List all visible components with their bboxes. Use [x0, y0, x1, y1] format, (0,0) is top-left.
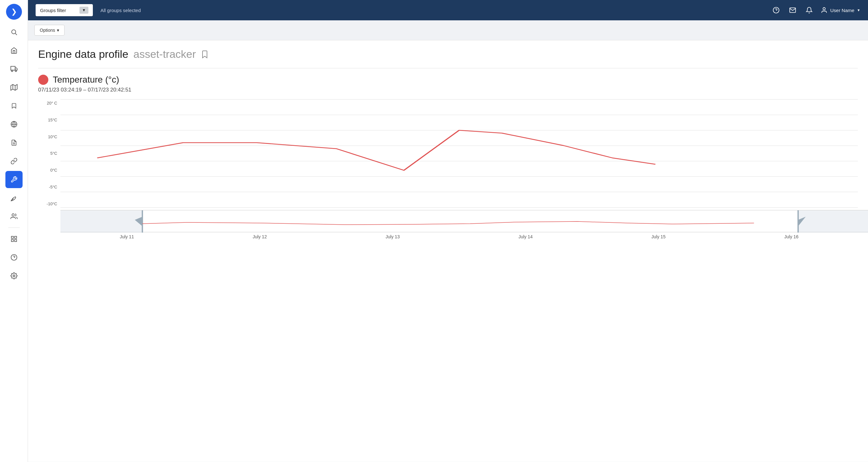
user-avatar-icon — [820, 7, 828, 14]
sidebar-item-grid[interactable] — [5, 230, 23, 248]
chart-date-range: 07/11/23 03:24:19 – 07/17/23 20:42:51 — [38, 87, 858, 93]
help-button[interactable] — [771, 5, 781, 15]
options-bar: Options ▾ — [28, 20, 868, 40]
topbar-icons: User Name ▼ — [771, 5, 860, 15]
sidebar-item-search[interactable] — [5, 24, 23, 41]
x-axis-labels: July 11 July 12 July 13 July 14 July 15 … — [60, 234, 858, 239]
svg-point-23 — [823, 8, 826, 10]
svg-point-13 — [12, 214, 14, 216]
chart-header: Temperature (°c) — [38, 75, 858, 85]
chevron-right-icon: ❯ — [11, 8, 17, 16]
user-caret-icon: ▼ — [857, 8, 860, 12]
svg-rect-2 — [10, 66, 15, 70]
home-icon — [10, 47, 18, 54]
globe-icon — [10, 121, 18, 128]
sidebar-item-link[interactable] — [5, 153, 23, 170]
x-label-july16: July 16 — [725, 234, 858, 239]
chart-title: Temperature (°c) — [53, 75, 119, 85]
svg-rect-16 — [11, 239, 13, 241]
svg-rect-32 — [60, 210, 143, 233]
chart-plot-area — [60, 99, 858, 207]
svg-rect-36 — [798, 210, 868, 233]
wrench-icon — [10, 176, 18, 183]
options-button[interactable]: Options ▾ — [34, 25, 65, 36]
grid-icon — [10, 235, 18, 242]
mini-temperature-line — [143, 222, 754, 225]
sidebar-item-map[interactable] — [5, 79, 23, 96]
mini-chart — [60, 210, 868, 232]
groups-filter-button[interactable]: Groups filter ▼ — [36, 4, 93, 16]
chart-section: Temperature (°c) 07/11/23 03:24:19 – 07/… — [38, 75, 858, 239]
y-label-neg5: -5°C — [38, 185, 60, 189]
bookmark-icon — [11, 102, 17, 109]
mail-button[interactable] — [787, 5, 798, 15]
groups-filter-dropdown-arrow[interactable]: ▼ — [80, 7, 88, 14]
y-label-15: 15°C — [38, 118, 60, 122]
mini-chart-svg — [60, 210, 868, 233]
report-icon — [11, 139, 17, 146]
sidebar-item-settings[interactable] — [5, 267, 23, 285]
svg-rect-15 — [14, 236, 16, 238]
y-label-0: 0°C — [38, 168, 60, 172]
svg-rect-14 — [11, 236, 13, 238]
sidebar-item-truck[interactable] — [5, 60, 23, 77]
page-title-main: Engine data profile — [38, 48, 128, 60]
y-label-20: 20° C — [38, 101, 60, 105]
sidebar-item-report[interactable] — [5, 134, 23, 151]
page-content: Engine data profile asset-tracker Temper… — [28, 40, 868, 462]
truck-icon — [10, 65, 18, 72]
svg-point-20 — [13, 275, 15, 277]
page-title-section: Engine data profile asset-tracker — [38, 48, 858, 60]
x-label-july14: July 14 — [459, 234, 592, 239]
chart-y-axis: 20° C 15°C 10°C 5°C 0°C -5°C -10°C — [38, 99, 60, 207]
page-title-sub: asset-tracker — [133, 48, 196, 60]
chart-svg — [60, 99, 858, 207]
temperature-line — [97, 130, 656, 170]
x-label-july11: July 11 — [60, 234, 193, 239]
main-chart: 20° C 15°C 10°C 5°C 0°C -5°C -10°C — [38, 99, 858, 207]
users-icon — [10, 213, 18, 220]
topbar: Groups filter ▼ All groups selected User… — [28, 0, 868, 20]
sidebar: ❯ — [0, 0, 28, 462]
sidebar-divider — [8, 228, 20, 228]
search-icon — [10, 29, 18, 36]
chart-color-indicator — [38, 75, 48, 85]
svg-point-0 — [11, 30, 16, 34]
options-caret-icon: ▾ — [57, 28, 59, 33]
sidebar-item-help[interactable] — [5, 249, 23, 266]
sidebar-item-bookmark[interactable] — [5, 97, 23, 114]
x-label-july13: July 13 — [326, 234, 459, 239]
main-area: Groups filter ▼ All groups selected User… — [28, 0, 868, 462]
sidebar-item-leaf[interactable] — [5, 189, 23, 206]
groups-filter-label: Groups filter — [40, 8, 66, 13]
page-bookmark-icon[interactable] — [201, 50, 209, 59]
sidebar-item-globe[interactable] — [5, 116, 23, 133]
svg-rect-17 — [14, 239, 16, 241]
groups-selected-label: All groups selected — [100, 8, 141, 13]
sidebar-item-wrench[interactable] — [5, 171, 23, 188]
svg-marker-6 — [10, 85, 17, 90]
map-icon — [10, 84, 18, 91]
notification-button[interactable] — [804, 5, 814, 15]
options-label: Options — [40, 28, 55, 33]
y-label-10: 10°C — [38, 134, 60, 139]
settings-icon — [10, 272, 18, 279]
x-label-july12: July 12 — [193, 234, 326, 239]
y-label-neg10: -10°C — [38, 201, 60, 206]
title-separator — [38, 68, 858, 68]
svg-point-5 — [15, 70, 17, 72]
link-icon — [10, 158, 18, 165]
username-label: User Name — [830, 8, 854, 13]
leaf-icon — [10, 194, 18, 201]
sidebar-item-home[interactable] — [5, 42, 23, 59]
y-label-5: 5°C — [38, 151, 60, 156]
svg-point-4 — [11, 70, 13, 72]
x-label-july15: July 15 — [592, 234, 725, 239]
user-menu[interactable]: User Name ▼ — [820, 7, 860, 14]
svg-marker-3 — [15, 68, 17, 70]
sidebar-item-users[interactable] — [5, 208, 23, 225]
content-area: Options ▾ Engine data profile asset-trac… — [28, 20, 868, 462]
svg-line-1 — [15, 33, 17, 35]
help-icon — [10, 254, 18, 261]
sidebar-logo[interactable]: ❯ — [6, 4, 22, 20]
